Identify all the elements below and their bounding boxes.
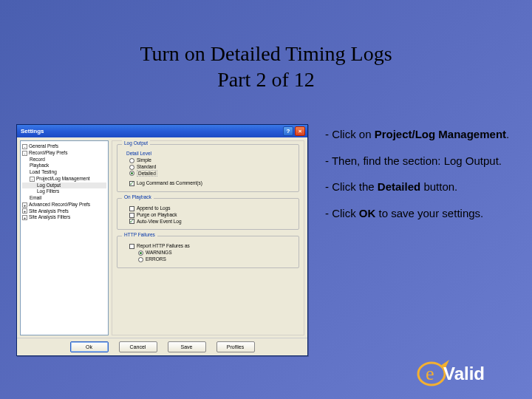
group-label-log-output: Log Output [122,140,150,146]
check-report-http[interactable]: Report HTTP Failures as [129,243,293,249]
close-icon[interactable]: × [295,126,305,136]
group-log-output: Log Output Detail Level Simple Standard … [117,144,299,192]
tree-item-general: -General Prefs [22,143,106,150]
settings-tree[interactable]: -General Prefs -Record/Play Prefs Record… [20,140,109,335]
group-label-http: HTTP Failures [122,232,157,237]
title-line-1: Turn on Detailed Timing Logs [140,42,392,65]
tree-item-record-play: -Record/Play Prefs [22,150,106,157]
tree-item-advanced: +Advanced Record/Play Prefs [22,202,106,208]
titlebar[interactable]: Settings ? × [17,125,307,137]
cancel-button[interactable]: Cancel [119,341,157,352]
profiles-button[interactable]: Profiles [216,341,255,352]
evalid-logo: e Valid [415,355,511,389]
help-icon[interactable]: ? [283,126,293,136]
window-body: -General Prefs -Record/Play Prefs Record… [17,137,307,338]
detail-level-label: Detail Level [126,151,293,156]
tree-item-project-log: -Project/Log Management [22,176,106,183]
group-on-playback: On Playback Append to Logs Purge on Play… [117,198,299,230]
radio-warnings[interactable]: WARNINGS [138,250,293,256]
tree-item-load-testing: Load Testing [22,169,106,176]
check-append-logs[interactable]: Append to Logs [129,205,293,211]
radio-simple[interactable]: Simple [129,157,293,163]
check-purge-playback[interactable]: Purge on Playback [129,212,293,218]
settings-window: Settings ? × -General Prefs -Record/Play… [16,124,308,356]
check-auto-view[interactable]: Auto-View Event Log [129,219,293,225]
window-title: Settings [21,128,44,134]
tree-item-record: Record [22,157,106,163]
svg-text:Valid: Valid [443,364,485,383]
tree-item-playback: Playback [22,163,106,169]
tree-item-site-filters: +Site Analysis Filters [22,214,106,221]
instruction-2: - Then, find the section: Log Output. [325,154,514,168]
ok-button[interactable]: Ok [70,341,109,352]
radio-standard[interactable]: Standard [129,164,293,170]
check-log-comment[interactable]: Log Command as Comment(s) [129,180,293,186]
dialog-buttons: Ok Cancel Save Profiles [17,338,307,355]
radio-detailed[interactable]: Detailed [129,171,293,177]
radio-errors[interactable]: ERRORS [138,256,293,262]
tree-item-log-output: Log Output [22,183,106,189]
tree-item-email: Email [22,195,106,202]
tree-item-site-analysis: +Site Analysis Prefs [22,208,106,215]
group-http-failures: HTTP Failures Report HTTP Failures as WA… [117,236,299,267]
title-line-2: Part 2 of 12 [217,68,314,91]
instruction-4: - Click OK to save your settings. [325,206,514,221]
svg-text:e: e [426,363,434,384]
save-button[interactable]: Save [168,341,206,352]
slide-title: Turn on Detailed Timing Logs Part 2 of 1… [0,41,532,92]
tree-item-log-filters: Log Filters [22,188,106,195]
group-label-playback: On Playback [122,194,154,200]
titlebar-buttons: ? × [283,126,305,136]
instruction-3: - Click the Detailed button. [325,180,514,194]
instruction-1: - Click on Project/Log Management. [325,127,514,142]
settings-panel: Log Output Detail Level Simple Standard … [112,140,304,335]
instructions: - Click on Project/Log Management. - The… [325,127,514,232]
